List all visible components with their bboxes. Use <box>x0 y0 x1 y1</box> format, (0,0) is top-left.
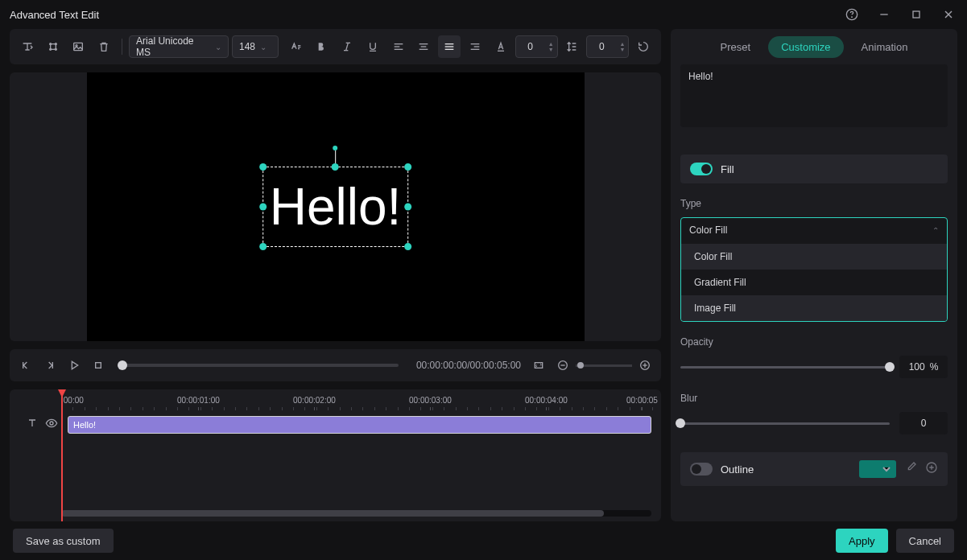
playback-bar: 00:00:00:00/00:00:05:00 <box>10 349 661 381</box>
timeline-clip[interactable]: Hello! <box>68 416 651 434</box>
blur-label: Blur <box>680 393 948 404</box>
step-back-icon[interactable] <box>19 359 32 372</box>
loop-icon[interactable] <box>532 359 545 372</box>
step-forward-icon[interactable] <box>43 359 56 372</box>
type-label: Type <box>680 198 948 209</box>
font-select[interactable]: Arial Unicode MS⌄ <box>129 35 229 58</box>
resize-handle[interactable] <box>404 163 411 171</box>
outline-label: Outline <box>721 463 754 476</box>
line-height-icon[interactable] <box>561 35 584 58</box>
titlebar-controls <box>843 6 957 23</box>
underline-icon[interactable] <box>362 35 384 58</box>
timeline-scrollbar[interactable] <box>61 510 651 517</box>
window-title: Advanced Text Edit <box>10 9 843 21</box>
svg-point-1 <box>852 17 853 18</box>
align-left-icon[interactable] <box>387 35 410 58</box>
play-icon[interactable] <box>68 359 81 372</box>
close-icon[interactable] <box>940 6 957 23</box>
add-icon[interactable] <box>925 461 938 477</box>
stop-icon[interactable] <box>92 359 105 372</box>
opacity-value[interactable]: 100% <box>899 356 948 378</box>
timeline-track: Hello! <box>10 414 661 436</box>
eyedropper-icon[interactable] <box>904 461 917 477</box>
svg-point-36 <box>50 422 53 425</box>
footer: Save as custom Apply Cancel <box>0 521 967 560</box>
zoom-out-icon[interactable] <box>556 359 569 372</box>
fill-toggle[interactable] <box>690 163 713 175</box>
fill-section-header: Fill <box>680 154 948 183</box>
playhead[interactable] <box>61 389 63 521</box>
svg-line-15 <box>346 43 349 50</box>
dropdown-item-gradient-fill[interactable]: Gradient Fill <box>681 270 947 295</box>
delete-icon[interactable] <box>93 35 115 58</box>
svg-rect-29 <box>96 363 101 369</box>
playback-time: 00:00:00:00/00:00:05:00 <box>416 360 521 371</box>
blur-slider[interactable] <box>680 422 890 425</box>
char-spacing-input[interactable]: 0▲▼ <box>515 35 558 58</box>
case-icon[interactable] <box>285 35 308 58</box>
fill-type-dropdown[interactable]: Color Fill ⌃ Color Fill Gradient Fill Im… <box>680 217 948 322</box>
fill-label: Fill <box>721 163 734 175</box>
line-spacing-input[interactable]: 0▲▼ <box>586 35 629 58</box>
outline-section: Outline <box>680 452 948 486</box>
text-selection-box[interactable]: Hello! <box>262 167 409 247</box>
chevron-up-icon: ⌃ <box>932 226 939 235</box>
image-icon[interactable] <box>68 35 90 58</box>
reset-icon[interactable] <box>632 35 655 58</box>
italic-icon[interactable] <box>336 35 358 58</box>
apply-button[interactable]: Apply <box>836 529 888 553</box>
save-as-custom-button[interactable]: Save as custom <box>13 529 114 553</box>
resize-handle[interactable] <box>404 204 411 211</box>
tab-customize[interactable]: Customize <box>768 36 843 58</box>
zoom-in-icon[interactable] <box>638 359 651 372</box>
resize-handle[interactable] <box>404 243 411 250</box>
visibility-icon[interactable] <box>45 417 58 433</box>
tab-animation[interactable]: Animation <box>849 36 921 58</box>
dropdown-item-image-fill[interactable]: Image Fill <box>681 295 947 321</box>
font-size-select[interactable]: 148⌄ <box>232 35 279 58</box>
text-content-input[interactable] <box>680 64 948 127</box>
dropdown-item-color-fill[interactable]: Color Fill <box>681 244 947 270</box>
cancel-button[interactable]: Cancel <box>896 529 954 553</box>
rotate-handle[interactable] <box>333 146 338 150</box>
align-center-icon[interactable] <box>413 35 436 58</box>
maximize-icon[interactable] <box>907 6 925 23</box>
text-color-icon[interactable] <box>490 35 512 58</box>
properties-panel: Preset Customize Animation Fill Type Col… <box>671 29 957 521</box>
transform-icon[interactable] <box>42 35 64 58</box>
playback-slider[interactable] <box>122 364 399 367</box>
outline-toggle[interactable] <box>690 463 713 476</box>
resize-handle[interactable] <box>259 204 267 211</box>
titlebar: Advanced Text Edit <box>0 0 967 29</box>
align-justify-icon[interactable] <box>438 35 461 58</box>
opacity-slider[interactable] <box>680 366 890 369</box>
preview-text[interactable]: Hello! <box>270 177 402 237</box>
opacity-label: Opacity <box>680 336 948 348</box>
timeline-ruler[interactable]: :00:00 00:00:01:00 00:00:02:00 00:00:03:… <box>10 389 661 414</box>
timeline: :00:00 00:00:01:00 00:00:02:00 00:00:03:… <box>10 389 661 521</box>
resize-handle[interactable] <box>259 243 267 250</box>
svg-rect-11 <box>74 43 83 50</box>
panel-tabs: Preset Customize Animation <box>671 29 957 64</box>
svg-rect-3 <box>913 11 919 18</box>
blur-value[interactable]: 0 <box>899 412 948 434</box>
toolbar: Arial Unicode MS⌄ 148⌄ 0▲▼ 0▲▼ <box>10 29 661 64</box>
dropdown-options: Color Fill Gradient Fill Image Fill <box>681 244 947 321</box>
help-icon[interactable] <box>843 6 861 23</box>
bold-icon[interactable] <box>310 35 333 58</box>
tab-preset[interactable]: Preset <box>708 36 764 58</box>
align-right-icon[interactable] <box>464 35 486 58</box>
preview-canvas[interactable]: Hello! <box>87 72 585 341</box>
text-track-icon <box>26 417 39 433</box>
zoom-slider[interactable] <box>576 364 632 367</box>
text-tool-icon[interactable] <box>16 35 39 58</box>
resize-handle[interactable] <box>332 163 339 171</box>
outline-color-swatch[interactable] <box>859 460 896 478</box>
minimize-icon[interactable] <box>875 6 893 23</box>
resize-handle[interactable] <box>259 163 267 171</box>
preview-area: Hello! <box>10 72 661 341</box>
